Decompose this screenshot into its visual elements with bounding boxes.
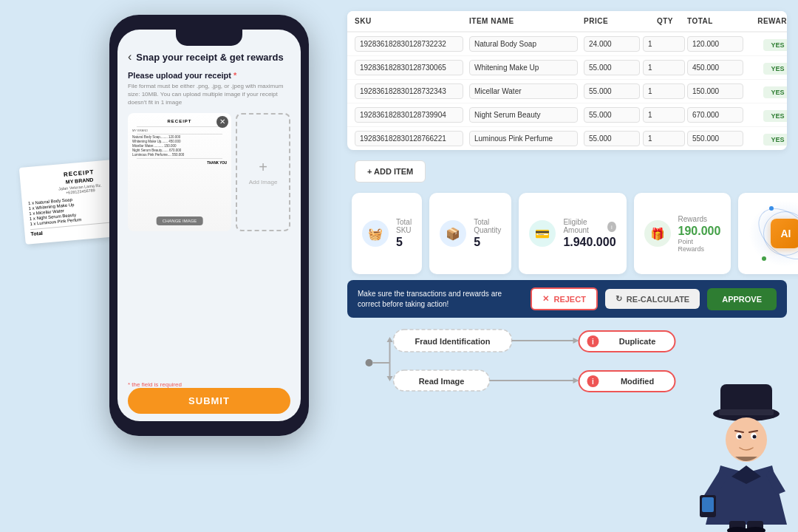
upload-label: Please upload your receipt * bbox=[128, 71, 290, 80]
gift-icon: 🎁 bbox=[644, 220, 671, 247]
qty-cell bbox=[643, 107, 687, 123]
fraud-diagram-svg: Fraud Identification Read Image i Duplic… bbox=[352, 326, 782, 392]
qty-input[interactable] bbox=[643, 83, 685, 99]
total-cell bbox=[687, 36, 746, 52]
phone-frame: ‹ Snap your receipt & get rewards Please… bbox=[109, 15, 309, 436]
ai-visual-card: AI bbox=[738, 193, 798, 274]
phone-header: ‹ Snap your receipt & get rewards bbox=[128, 50, 290, 64]
sku-cell bbox=[355, 60, 469, 75]
rewards-badge: YES bbox=[763, 63, 787, 75]
rewards-cell: YES bbox=[746, 132, 787, 146]
price-cell bbox=[584, 60, 643, 75]
recalc-label: RE-CALCULATE bbox=[627, 295, 689, 304]
back-arrow-icon[interactable]: ‹ bbox=[128, 50, 132, 64]
read-image-label: Read Image bbox=[419, 377, 465, 386]
qty-input[interactable] bbox=[643, 60, 685, 75]
add-item-button[interactable]: + ADD ITEM bbox=[355, 160, 426, 183]
price-cell bbox=[584, 83, 643, 99]
rewards-badge: YES bbox=[763, 86, 787, 98]
change-image-label[interactable]: CHANGE IMAGE bbox=[157, 216, 203, 225]
sku-input[interactable] bbox=[355, 60, 463, 75]
qty-input[interactable] bbox=[643, 36, 685, 52]
arrow-down bbox=[387, 376, 393, 381]
box-icon: 📦 bbox=[440, 220, 466, 247]
price-input[interactable] bbox=[584, 83, 640, 99]
approve-button[interactable]: APPROVE bbox=[707, 288, 777, 310]
total-qty-label: Total Quantity bbox=[474, 218, 501, 234]
total-input[interactable] bbox=[687, 36, 743, 52]
eligible-amount-card: 💳 Eligible Amount i 1.940.000 bbox=[519, 193, 626, 274]
name-input[interactable] bbox=[469, 60, 578, 75]
col-rewards: REWARDS bbox=[746, 17, 787, 25]
refresh-icon: ↻ bbox=[615, 294, 622, 304]
upload-description: File format must be either .png, .jpg, o… bbox=[128, 82, 290, 107]
price-input[interactable] bbox=[584, 131, 640, 146]
col-sku: SKU bbox=[355, 17, 469, 25]
required-star: * bbox=[233, 71, 236, 80]
ai-brain-visual: AI bbox=[748, 200, 798, 267]
submit-button[interactable]: SUBMIT bbox=[128, 388, 290, 414]
duplicate-icon-text: i bbox=[592, 338, 594, 346]
table-row: YES 🗑 bbox=[347, 56, 787, 80]
total-qty-card: 📦 Total Quantity 5 bbox=[429, 193, 511, 274]
total-sku-value: 5 bbox=[396, 236, 412, 249]
rewards-label: Rewards bbox=[678, 215, 721, 223]
action-message: Make sure the transactions and rewards a… bbox=[358, 289, 523, 310]
col-price: PRICE bbox=[584, 17, 643, 25]
rewards-cell: YES bbox=[746, 37, 787, 51]
sku-cell bbox=[355, 131, 469, 146]
sku-cell bbox=[355, 107, 469, 123]
table-header: SKU ITEM NAME PRICE QTY TOTAL REWARDS bbox=[347, 11, 787, 33]
total-input[interactable] bbox=[687, 107, 743, 123]
total-qty-value: 5 bbox=[474, 236, 501, 249]
sku-input[interactable] bbox=[355, 131, 463, 146]
total-cell bbox=[687, 131, 746, 146]
qty-cell bbox=[643, 60, 687, 75]
eligible-info-icon[interactable]: i bbox=[607, 222, 615, 232]
receipt-image-content: RECEIPT MY BRAND Natural Body Soap......… bbox=[128, 113, 231, 231]
price-input[interactable] bbox=[584, 36, 640, 52]
close-image-button[interactable]: ✕ bbox=[216, 116, 228, 128]
image-preview: RECEIPT MY BRAND Natural Body Soap......… bbox=[128, 113, 231, 231]
qty-cell bbox=[643, 83, 687, 99]
phone-mockup-area: RECEIPT MY BRAND Jalan Veteran Lama Rz.+… bbox=[0, 0, 325, 532]
name-cell bbox=[469, 36, 584, 52]
reject-button[interactable]: ✕ REJECT bbox=[531, 287, 597, 310]
qty-input[interactable] bbox=[643, 107, 685, 123]
summary-row: 🧺 Total SKU 5 📦 Total Quantity 5 💳 Eligi… bbox=[347, 193, 787, 274]
add-image-box[interactable]: + Add Image bbox=[236, 113, 290, 231]
qty-cell bbox=[643, 131, 687, 146]
items-table: SKU ITEM NAME PRICE QTY TOTAL REWARDS YE… bbox=[347, 11, 787, 150]
price-cell bbox=[584, 107, 643, 123]
sku-input[interactable] bbox=[355, 36, 463, 52]
fraud-id-label: Fraud Identification bbox=[415, 337, 490, 346]
rewards-cell: YES bbox=[746, 84, 787, 98]
upload-area: RECEIPT MY BRAND Natural Body Soap......… bbox=[128, 113, 290, 375]
total-input[interactable] bbox=[687, 60, 743, 75]
table-row: YES 🗑 bbox=[347, 80, 787, 103]
add-image-label: Add Image bbox=[249, 179, 278, 185]
total-input[interactable] bbox=[687, 131, 743, 146]
table-row: YES 🗑 bbox=[347, 103, 787, 127]
arrow-right-bottom bbox=[573, 378, 579, 383]
price-input[interactable] bbox=[584, 60, 640, 75]
total-cell bbox=[687, 83, 746, 99]
name-input[interactable] bbox=[469, 107, 578, 123]
eligible-label: Eligible Amount bbox=[563, 218, 604, 234]
rewards-cell: YES bbox=[746, 61, 787, 75]
recalculate-button[interactable]: ↻ RE-CALCULATE bbox=[605, 289, 700, 309]
total-input[interactable] bbox=[687, 83, 743, 99]
name-input[interactable] bbox=[469, 131, 578, 146]
sku-input[interactable] bbox=[355, 83, 463, 99]
rewards-sub: Point Rewards bbox=[678, 238, 721, 253]
eligible-value: 1.940.000 bbox=[563, 236, 615, 249]
wallet-icon: 💳 bbox=[529, 220, 556, 247]
sku-input[interactable] bbox=[355, 107, 463, 123]
rewards-badge: YES bbox=[763, 134, 787, 146]
start-dot bbox=[366, 359, 373, 366]
price-input[interactable] bbox=[584, 107, 640, 123]
name-input[interactable] bbox=[469, 36, 578, 52]
sku-cell bbox=[355, 36, 469, 52]
qty-input[interactable] bbox=[643, 131, 685, 146]
name-input[interactable] bbox=[469, 83, 578, 99]
